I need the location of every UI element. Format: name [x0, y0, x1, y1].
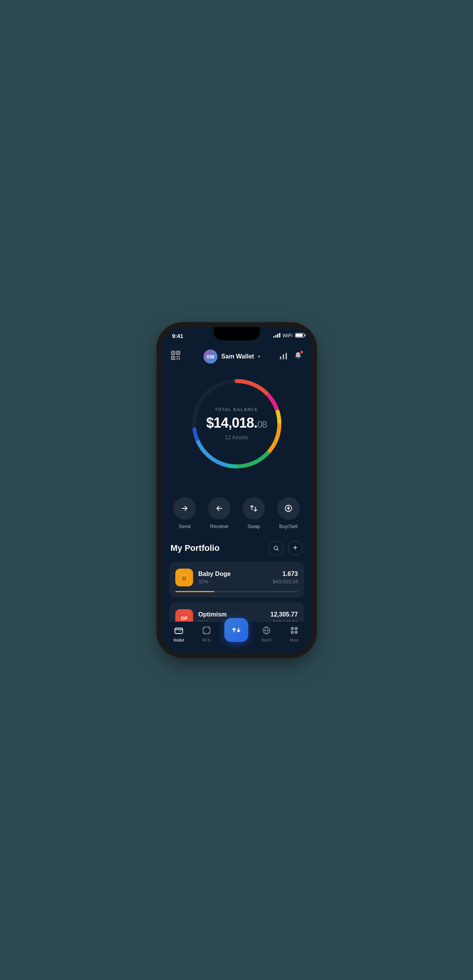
portfolio-title: My Portfolio [171, 543, 220, 553]
baby-doge-values: 1.673 $43,023.34 [273, 571, 298, 584]
send-action[interactable]: Send [173, 497, 196, 529]
baby-doge-progress-container [175, 591, 298, 592]
svg-rect-37 [175, 628, 183, 634]
svg-rect-15 [286, 353, 287, 359]
center-action-button[interactable] [224, 618, 248, 642]
svg-rect-9 [176, 358, 178, 359]
wallet-selector[interactable]: SW Sam Wallet ▾ [203, 350, 260, 363]
search-button[interactable] [269, 541, 283, 555]
nav-item-nfts[interactable]: NFTs [197, 626, 216, 642]
bell-wrapper [294, 352, 302, 362]
signal-bars-icon [273, 333, 280, 338]
baby-doge-logo [175, 569, 193, 586]
portfolio-header-actions: + [269, 541, 303, 555]
nav-item-web3[interactable]: Web3 [257, 626, 276, 642]
buysell-button[interactable] [277, 497, 300, 520]
balance-cents: 08 [257, 419, 267, 430]
svg-rect-41 [291, 627, 294, 630]
send-button[interactable] [173, 497, 196, 520]
svg-rect-10 [178, 358, 180, 359]
status-time: 9:41 [172, 333, 183, 339]
nav-item-wallet[interactable]: Wallet [169, 626, 188, 642]
svg-rect-8 [178, 356, 180, 357]
asset-card-baby-doge[interactable]: Baby Doge 32% 1.673 $43,023.34 [169, 562, 304, 598]
svg-rect-3 [172, 352, 173, 353]
notification-dot [300, 350, 303, 354]
svg-rect-14 [283, 354, 285, 359]
optimism-amount: 12,305.77 [270, 611, 298, 618]
swap-action[interactable]: Swap [242, 497, 265, 529]
baby-doge-name: Baby Doge [198, 571, 268, 577]
portfolio-header: My Portfolio + [169, 541, 304, 555]
bottom-nav: Wallet NFTs [161, 622, 312, 653]
nfts-nav-icon [202, 626, 211, 637]
chart-icon[interactable] [279, 352, 288, 362]
phone-frame: 9:41 WiFi [161, 327, 312, 653]
add-asset-button[interactable]: + [288, 541, 303, 555]
svg-text:SW: SW [207, 354, 215, 360]
wallet-nav-icon [174, 626, 183, 637]
svg-rect-13 [280, 356, 281, 359]
svg-point-32 [185, 577, 186, 578]
asset-row-baby-doge: Baby Doge 32% 1.673 $43,023.34 [175, 569, 298, 586]
web3-nav-icon [262, 626, 271, 637]
more-nav-label: More [290, 638, 298, 642]
header-left [171, 350, 185, 363]
donut-chart: TOTAL BALANCE $14,018.08 12 Assets [186, 374, 287, 474]
baby-doge-usd: $43,023.34 [273, 579, 298, 584]
more-nav-icon [290, 626, 299, 637]
svg-rect-44 [295, 631, 298, 634]
balance-section: TOTAL BALANCE $14,018.08 12 Assets [161, 370, 312, 493]
balance-amount: $14,018.08 [206, 415, 267, 431]
qr-icon[interactable] [171, 353, 181, 362]
notch [214, 327, 260, 340]
optimism-name: Optimism [198, 611, 265, 618]
baby-doge-amount: 1.673 [273, 571, 298, 577]
svg-rect-43 [291, 631, 294, 634]
swap-label: Swap [248, 523, 260, 529]
svg-point-31 [182, 577, 183, 578]
svg-text:OP: OP [181, 615, 187, 621]
screen: 9:41 WiFi [161, 327, 312, 653]
nfts-nav-label: NFTs [202, 638, 211, 642]
svg-rect-4 [177, 352, 178, 353]
web3-nav-label: Web3 [261, 638, 271, 642]
baby-doge-info: Baby Doge 32% [198, 571, 268, 584]
svg-rect-5 [172, 357, 173, 358]
swap-button[interactable] [242, 497, 265, 520]
wifi-icon: WiFi [283, 333, 293, 338]
receive-action[interactable]: Receive [208, 497, 231, 529]
wallet-nav-label: Wallet [174, 638, 184, 642]
send-label: Send [179, 523, 190, 529]
nav-item-more[interactable]: More [285, 626, 304, 642]
wallet-name-label: Sam Wallet [221, 353, 254, 360]
balance-main: $14,018. [206, 415, 257, 431]
buysell-action[interactable]: Buy/Sell [277, 497, 300, 529]
receive-label: Receive [210, 523, 228, 529]
svg-rect-42 [295, 627, 298, 630]
avatar: SW [203, 350, 217, 363]
svg-point-30 [181, 576, 186, 581]
balance-overlay: TOTAL BALANCE $14,018.08 12 Assets [206, 407, 267, 440]
svg-rect-7 [176, 356, 178, 357]
header-right [279, 352, 302, 362]
baby-doge-progress-bar [175, 591, 215, 592]
status-icons: WiFi [273, 333, 304, 338]
baby-doge-percent: 32% [198, 579, 268, 584]
action-buttons: Send Receive Swap [161, 493, 312, 541]
battery-icon [295, 333, 304, 338]
buysell-label: Buy/Sell [279, 523, 298, 529]
balance-label: TOTAL BALANCE [206, 407, 267, 412]
receive-button[interactable] [208, 497, 231, 520]
balance-assets-count: 12 Assets [206, 434, 267, 440]
chevron-down-icon: ▾ [258, 354, 260, 359]
bell-icon[interactable] [294, 355, 302, 361]
